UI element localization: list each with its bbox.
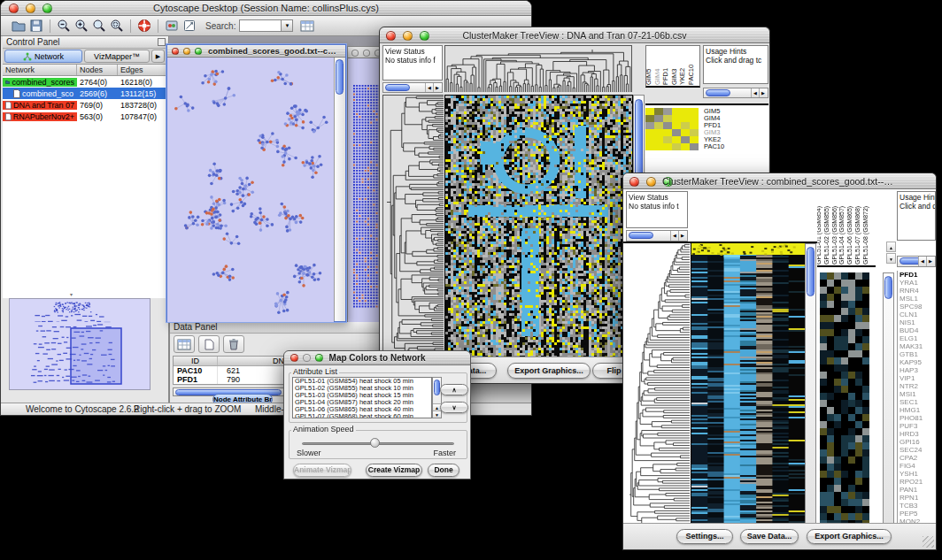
zoom-vscrollbar[interactable] [883,272,894,525]
matrix-cell [672,115,681,122]
minimize-button[interactable] [26,4,35,13]
tab-overflow-arrow[interactable]: ▶ [151,50,165,63]
tv1-column-dendrogram[interactable] [444,45,632,92]
close-button[interactable] [290,354,298,362]
plugin-manager-icon[interactable] [163,18,181,35]
minimize-button[interactable] [646,177,656,187]
export-graphics-button[interactable]: Export Graphics... [807,529,892,544]
tv2-heatmap-canvas[interactable] [691,243,805,525]
scroll-up-arrow[interactable]: ▲ [886,242,896,252]
zoom-in-icon[interactable] [73,18,90,35]
scrollbar-arrows[interactable]: ◀▶ [425,83,441,92]
scrollbar-thumb[interactable] [807,247,815,296]
done-button[interactable]: Done [428,464,459,477]
close-button[interactable] [172,48,179,55]
search-dropdown-button[interactable]: ▼ [282,19,293,32]
gene-list-hscrollbar[interactable]: ◀▶ [897,256,936,267]
tv2-row-dendrogram[interactable] [626,243,690,525]
delete-attribute-icon[interactable] [223,335,244,353]
cytoscape-titlebar[interactable]: Cytoscape Desktop (Session Name: collins… [1,1,531,16]
column-header-network[interactable]: Network [3,65,77,75]
column-header-edges[interactable]: Edges [118,65,167,75]
resize-grip[interactable] [923,536,934,548]
speed-slider-thumb[interactable] [370,438,380,448]
tv1-heatmap-canvas[interactable] [444,95,633,358]
scroll-down-arrow[interactable]: ▼ [886,253,896,264]
dialog-titlebar[interactable]: Map Colors to Network [284,351,470,365]
close-button[interactable] [351,50,359,57]
tv2-column-label: GPL51-04 (GSM857) [838,206,845,265]
frame-a-titlebar[interactable]: combined_scores_good.txt--cluste... [167,45,345,58]
scrollbar-thumb[interactable] [629,232,653,239]
scrollbar-thumb[interactable] [434,380,440,395]
tab-network[interactable]: Network [4,50,82,63]
attribute-list-vscrollbar[interactable]: ▲ ▼ [432,377,442,418]
save-session-icon[interactable] [27,18,45,35]
dendrogram-hscrollbar[interactable]: ◀▶ [382,82,443,93]
select-attributes-icon[interactable] [174,335,195,353]
close-button[interactable] [629,177,639,187]
attr-col-id[interactable]: ID [174,357,218,365]
export-graphics-button[interactable]: Export Graphics... [507,363,591,379]
matrix-cell [672,143,681,150]
treeview-combined-titlebar[interactable]: ClusterMaker TreeView : combined_scores_… [623,173,936,189]
tv2-vscrollbar[interactable] [805,243,816,525]
move-down-button[interactable]: ∨ [440,402,468,413]
save-data-button[interactable]: Save Data... [740,529,799,544]
attribute-list[interactable]: GPL51-01 (GSM854) heat shock 05 minGPL51… [292,377,432,418]
settings-button[interactable]: Settings... [676,529,733,544]
import-annotation-icon[interactable] [181,18,198,35]
minimize-button[interactable] [403,31,413,41]
attribute-browser-icon[interactable] [298,18,316,35]
frame-a-vscrollbar[interactable] [334,58,345,321]
minimize-button[interactable] [183,48,190,55]
zoom-hscrollbar[interactable]: ◀▶ [703,88,768,98]
network-row[interactable]: RNAPuberNov2+563(0)107847(0) [3,111,168,122]
toolbar-separator [158,19,158,33]
zoom-out-icon[interactable] [55,18,73,35]
network-row[interactable]: combined_scores2764(0)16218(0) [3,76,168,88]
scrollbar-thumb[interactable] [336,59,344,95]
treeview-dna-titlebar[interactable]: ClusterMaker TreeView : DNA and Tran 07-… [380,27,769,43]
scrollbar-arrows[interactable]: ◀▶ [670,231,686,241]
create-vizmap-button[interactable]: Create Vizmap [366,464,422,477]
minimize-button[interactable] [303,354,311,362]
collapse-handle-icon[interactable]: ▾ [70,293,77,297]
animate-vizmap-button[interactable]: Animate Vizmap [293,464,351,477]
network-overview-canvas[interactable] [9,298,151,390]
scroll-down-arrow[interactable]: ▼ [433,410,441,418]
scrollbar-arrows[interactable]: ◀▶ [918,257,934,266]
minimize-button[interactable] [363,50,370,57]
move-up-button[interactable]: ∧ [440,384,468,395]
attribute-list-label: Attribute List [291,367,339,376]
open-file-icon[interactable] [10,18,27,35]
scrollbar-thumb[interactable] [385,84,410,91]
close-button[interactable] [386,31,396,41]
matrix-cell [690,122,699,129]
tv1-zoom-heatmap[interactable] [645,108,699,150]
tab-vizmapper[interactable]: VizMapper™ [84,50,150,63]
search-input[interactable] [239,19,282,32]
network-row[interactable]: DNA and Tran 07769(0)183728(0) [3,99,168,111]
close-button[interactable] [9,4,19,13]
float-panel-icon[interactable] [158,38,166,46]
tv2-zoom-heatmap-canvas[interactable] [820,272,869,525]
new-attribute-icon[interactable] [198,335,220,353]
column-header-nodes[interactable]: Nodes [77,65,118,75]
zoom-button[interactable] [195,48,202,55]
help-lifesaver-icon[interactable] [135,18,153,35]
file-icon [5,101,12,110]
attribute-list-item[interactable]: GPL51-07 (GSM868) heat shock 60 min [293,413,431,418]
scrollbar-thumb[interactable] [884,276,892,299]
zoom-fit-icon[interactable] [108,18,126,35]
gene-label: PEP5 [900,510,937,518]
network-row[interactable]: combined_sco2569(6)13112(15) [3,88,168,99]
dendrogram-hscrollbar[interactable]: ◀▶ [626,230,688,242]
scrollbar-thumb[interactable] [706,89,730,96]
network-view-canvas[interactable] [167,58,334,322]
usage-hints-text: Click and drag to [900,202,933,211]
label-scroll-arrows[interactable]: ▲▼ [886,242,897,265]
scrollbar-arrows[interactable]: ◀▶ [751,88,767,97]
tv1-row-dendrogram[interactable] [382,95,444,358]
zoom-selected-icon[interactable] [90,18,108,35]
